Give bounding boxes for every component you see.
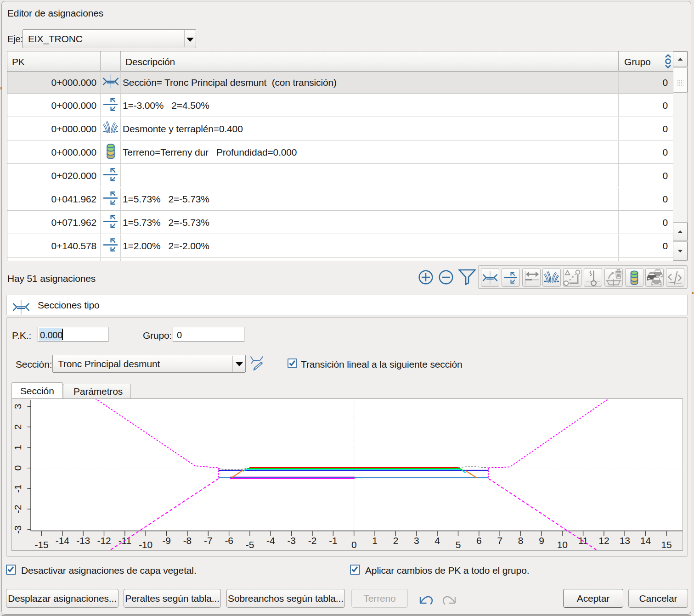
svg-text:5: 5 [456, 539, 461, 550]
svg-text:2: 2 [12, 424, 23, 430]
svg-text:-15: -15 [35, 539, 49, 550]
svg-text:4: 4 [434, 535, 440, 546]
svg-text:14: 14 [640, 535, 651, 546]
svg-text:9: 9 [539, 535, 544, 546]
svg-text:-13: -13 [76, 535, 90, 546]
svg-text:2: 2 [393, 535, 399, 546]
svg-text:-10: -10 [139, 539, 152, 550]
svg-text:-7: -7 [204, 535, 212, 546]
svg-text:-3: -3 [288, 535, 296, 546]
svg-text:-3: -3 [12, 526, 23, 534]
svg-text:3: 3 [12, 404, 23, 409]
svg-text:-2: -2 [12, 505, 23, 513]
svg-text:-2: -2 [308, 535, 316, 546]
svg-text:6: 6 [476, 535, 482, 546]
svg-text:-9: -9 [162, 535, 170, 546]
svg-text:7: 7 [497, 535, 502, 546]
svg-text:8: 8 [518, 535, 524, 546]
svg-text:0: 0 [12, 465, 23, 471]
svg-text:-5: -5 [246, 539, 254, 550]
svg-text:-14: -14 [56, 535, 69, 546]
svg-text:-1: -1 [329, 535, 337, 546]
svg-text:-4: -4 [266, 535, 275, 546]
svg-text:-12: -12 [97, 535, 111, 546]
svg-text:-6: -6 [225, 535, 233, 546]
svg-text:3: 3 [414, 535, 419, 546]
svg-text:-1: -1 [12, 484, 23, 493]
svg-text:1: 1 [372, 535, 378, 546]
svg-text:12: 12 [598, 535, 609, 546]
svg-text:15: 15 [661, 539, 671, 550]
svg-text:10: 10 [557, 539, 568, 550]
svg-text:1: 1 [12, 445, 23, 450]
svg-text:-8: -8 [183, 535, 192, 546]
svg-text:0: 0 [351, 539, 357, 550]
svg-text:13: 13 [620, 535, 630, 546]
